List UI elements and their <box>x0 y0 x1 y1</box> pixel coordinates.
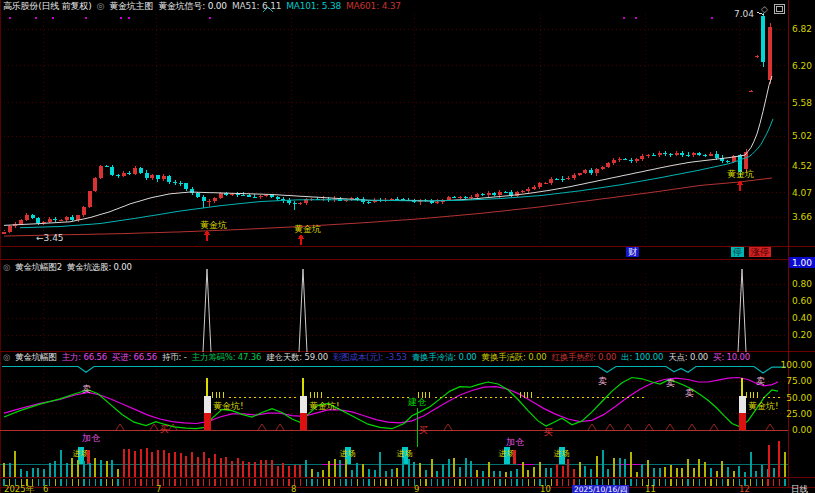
signal-value: 黄金坑选股: 0.00 <box>67 262 132 273</box>
indicator-name: 黄金坑幅图2 <box>15 262 62 273</box>
golden-pit-label: 黄金坑 <box>200 220 227 230</box>
candlestick-series <box>2 13 772 234</box>
sell-label: 卖 <box>685 388 694 398</box>
month-label: 7 <box>156 485 161 493</box>
signal-bar-red <box>300 413 307 430</box>
price-label: 3.66 <box>792 212 812 222</box>
spike <box>299 269 307 352</box>
signal-dot <box>635 17 637 19</box>
header-field: 青换手冷清: 0.00 <box>412 352 477 363</box>
ma101-line <box>20 119 773 228</box>
first-low-label: ←3.45 <box>36 233 64 243</box>
sell-triangle <box>606 424 614 430</box>
sell-triangle <box>258 424 266 430</box>
signal-dot <box>128 17 130 19</box>
sell-label: 卖 <box>756 376 765 386</box>
chart-canvas[interactable]: ←3.457.04黄金坑黄金坑黄金坑卖卖卖卖卖买买买建仓加仓加仓黄金坑!黄金坑!… <box>0 0 815 493</box>
value-label: 75.00 <box>786 376 812 386</box>
signal-bar-yellow <box>206 378 208 396</box>
header-field: 持币: - <box>162 352 187 363</box>
signal-dot <box>85 17 87 19</box>
signal-bar-red <box>739 413 746 430</box>
signal-dot <box>52 17 54 19</box>
sell-triangle <box>688 424 696 430</box>
moving-averages <box>4 76 773 236</box>
sell-triangle <box>645 424 653 430</box>
indicator-icon: ◎ <box>3 262 10 273</box>
panel2-spikes <box>203 269 746 352</box>
pit-signal-label: 黄金坑! <box>748 401 779 411</box>
up-arrow-icon <box>204 230 210 241</box>
signal-dot <box>35 17 37 19</box>
entry-label: 进场 <box>397 449 413 458</box>
highlighted-value: 1.00 <box>792 258 812 268</box>
tdx-stock-chart-window: ←3.457.04黄金坑黄金坑黄金坑卖卖卖卖卖买买买建仓加仓加仓黄金坑!黄金坑!… <box>0 0 815 493</box>
month-label: 8 <box>291 485 296 493</box>
event-badge[interactable]: 停 <box>731 247 744 257</box>
pit-signal-label: 黄金坑! <box>213 401 244 411</box>
panel-icons: ◇ <box>761 4 785 14</box>
value-label: 50.00 <box>786 393 812 403</box>
spike <box>203 269 211 352</box>
sell-triangle <box>116 424 124 430</box>
sell-triangle <box>766 424 774 430</box>
main-panel-header: 高乐股份(日线 前复权)◎黄金坑主图黄金坑信号: 0.00MA51: 6.11M… <box>3 1 401 12</box>
value-label: 0.40 <box>792 313 812 323</box>
golden-pit-label: 黄金坑 <box>294 224 321 234</box>
diamond-icon[interactable]: ◇ <box>761 4 768 14</box>
signal-dot <box>209 17 211 19</box>
price-label: 6.82 <box>792 24 812 34</box>
sell-triangle <box>666 424 674 430</box>
value-label: 0.00 <box>792 425 812 435</box>
sell-label: 卖 <box>666 378 675 388</box>
month-label: 6 <box>43 485 48 493</box>
buy-label: 买 <box>544 427 553 437</box>
sell-triangle <box>150 424 158 430</box>
indicator-icon: ◎ <box>3 352 10 363</box>
buy-label: 买 <box>160 424 169 434</box>
volume-strip <box>3 441 786 486</box>
pit-signal-label: 黄金坑! <box>309 401 340 411</box>
price-axis-labels: 6.826.205.585.024.524.073.661.000.800.60… <box>781 24 815 435</box>
sell-label: 卖 <box>82 384 91 394</box>
indicator-icon: ◎ <box>96 1 104 12</box>
signal-value: 黄金坑信号: 0.00 <box>158 1 227 12</box>
header-field: 买: 10.00 <box>713 352 750 363</box>
window-icon[interactable] <box>774 4 785 14</box>
price-label: 5.58 <box>792 98 812 108</box>
header-field: 黄换手活跃: 0.00 <box>482 352 547 363</box>
signal-bar-yellow <box>741 378 743 396</box>
entry-label: 进场 <box>499 449 515 458</box>
cyan-line <box>2 367 786 374</box>
signal-bar-white <box>300 396 307 413</box>
indicator-name: 黄金坑主图 <box>109 1 153 12</box>
header-field: 彩图成本(元): -3.53 <box>333 352 407 363</box>
header-field: 买进: 66.56 <box>112 352 157 363</box>
panel3-header: ◎黄金坑幅图主力: 66.56买进: 66.56持币: -主力筹码%: 47.3… <box>3 352 750 363</box>
entry-label: 进场 <box>73 449 89 458</box>
entry-label: 进场 <box>340 449 356 458</box>
jiancang-label: 建仓 <box>407 397 426 407</box>
panel2-header: ◎黄金坑幅图2黄金坑选股: 0.00 <box>3 262 132 273</box>
period-label[interactable]: 日线 <box>791 485 808 493</box>
jiacang-label: 加仓 <box>506 437 524 447</box>
peak-price-label: 7.04 <box>734 9 754 19</box>
indicator-name: 黄金坑幅图 <box>15 352 57 363</box>
header-field: 主力: 66.56 <box>62 352 107 363</box>
sell-triangle <box>444 424 452 430</box>
month-label: 12 <box>739 485 750 493</box>
value-label: 0.60 <box>792 296 812 306</box>
event-badge[interactable]: 涨停 <box>749 247 771 257</box>
price-label: 4.07 <box>792 188 812 198</box>
month-label: 11 <box>645 485 656 493</box>
signal-dot <box>711 17 713 19</box>
header-field: 出: 100.00 <box>621 352 663 363</box>
value-label: 100.00 <box>781 360 813 370</box>
event-badge[interactable]: 财 <box>626 247 639 257</box>
magenta-line <box>4 378 778 424</box>
year-label: 2025年 <box>4 485 34 493</box>
golden-pit-label: 黄金坑 <box>727 169 754 179</box>
up-arrow-icon <box>298 234 304 245</box>
signal-dot <box>623 17 625 19</box>
header-field: 红换手热烈: 0.00 <box>551 352 616 363</box>
